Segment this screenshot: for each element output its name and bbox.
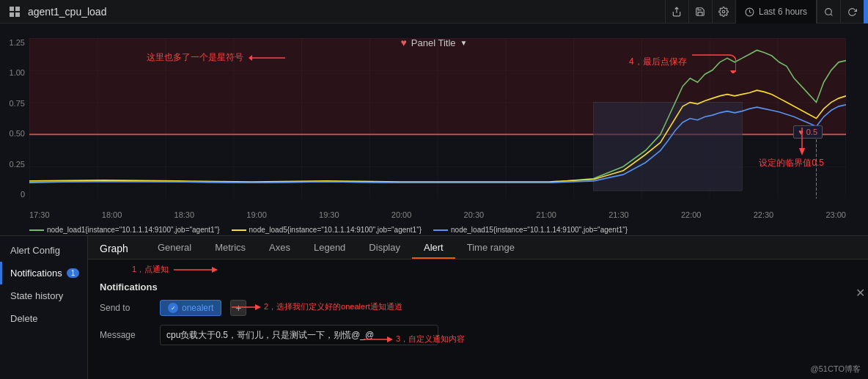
svg-rect-1 (15, 7, 20, 11)
tab-bar: Graph General Metrics Axes Legend Displa… (88, 236, 868, 260)
svg-marker-22 (255, 304, 261, 310)
tab-legend[interactable]: Legend (302, 238, 357, 259)
sidebar-item-notifications[interactable]: Notifications 1 (0, 262, 87, 284)
close-button[interactable]: ✕ (856, 286, 865, 300)
panel-title-chevron: ▼ (460, 39, 468, 47)
chart-legend: node_load1{instance="10.1.1.14:9100",job… (29, 226, 628, 234)
send-to-row: Send to ✓ onealert + (100, 300, 856, 316)
annotation-save: 4，最后点保存 (629, 51, 736, 73)
settings-button[interactable] (712, 0, 735, 23)
time-range-label: Last 6 hours (759, 7, 807, 17)
notifications-section: Notifications Send to ✓ onealert + 2，选择我… (100, 282, 856, 345)
svg-rect-3 (15, 12, 20, 17)
onealert-icon: ✓ (168, 303, 178, 313)
annotation-click-notification: 1，点通知 (132, 264, 218, 275)
svg-line-7 (831, 14, 832, 15)
svg-marker-18 (799, 148, 805, 155)
svg-marker-11 (730, 70, 736, 73)
annotation-custom-message: 3，自定义通知内容 (364, 334, 465, 345)
y-axis: 1.25 1.00 0.75 0.50 0.25 0 (0, 38, 29, 199)
page-title: agent1_cpu_load (28, 6, 106, 18)
time-range-button[interactable]: Last 6 hours (735, 0, 817, 23)
sidebar-item-state-history[interactable]: State history (0, 284, 87, 307)
message-row: Message (100, 325, 856, 345)
send-to-value: onealert (182, 303, 213, 313)
svg-marker-24 (387, 336, 393, 342)
graph-label: Graph (88, 238, 140, 259)
header-accent (864, 0, 868, 23)
main-content: Graph General Metrics Axes Legend Displa… (88, 236, 868, 379)
tab-alert[interactable]: Alert (412, 238, 455, 259)
svg-rect-0 (10, 7, 14, 11)
legend-item-load1: node_load1{instance="10.1.1.14:9100",job… (29, 226, 220, 234)
sidebar-item-delete[interactable]: Delete (0, 307, 87, 330)
svg-rect-15 (594, 103, 743, 191)
delete-label: Delete (10, 313, 38, 324)
header-actions: Last 6 hours (665, 0, 868, 23)
legend-item-load15: node_load15{instance="10.1.1.14:9100",jo… (433, 226, 628, 234)
panel-title-area: ♥ Panel Title ▼ (401, 37, 468, 48)
notifications-label: Notifications (10, 268, 62, 279)
svg-marker-9 (249, 55, 252, 61)
tab-display[interactable]: Display (357, 238, 412, 259)
heart-icon: ♥ (401, 37, 407, 48)
annotation-threshold: 设定的临界值0.5 (759, 128, 824, 169)
save-button[interactable] (688, 0, 712, 23)
svg-point-6 (825, 8, 832, 15)
svg-marker-20 (212, 267, 218, 273)
refresh-button[interactable] (840, 0, 864, 23)
annotation-onealert: 2，选择我们定义好的onealert通知通道 (232, 301, 402, 312)
share-button[interactable] (665, 0, 688, 23)
x-axis: 17:30 18:00 18:30 19:00 19:30 20:00 20:3… (29, 210, 846, 219)
grid-icon (7, 4, 22, 19)
header-bar: agent1_cpu_load Last 6 hours (0, 0, 868, 23)
notifications-badge: 1 (67, 268, 80, 278)
tab-general[interactable]: General (146, 238, 203, 259)
state-history-label: State history (10, 290, 63, 301)
watermark: @51CTO博客 (811, 364, 861, 375)
legend-item-load5: node_load5{instance="10.1.1.14:9100",job… (232, 226, 422, 234)
tab-metrics[interactable]: Metrics (203, 238, 257, 259)
svg-rect-2 (10, 12, 14, 17)
notifications-title: Notifications (100, 282, 856, 292)
tab-axes[interactable]: Axes (257, 238, 302, 259)
search-button[interactable] (817, 0, 840, 23)
alert-config-label: Alert Config (10, 245, 60, 256)
left-sidebar: Alert Config Notifications 1 State histo… (0, 236, 88, 379)
tab-time-range[interactable]: Time range (455, 238, 526, 259)
bottom-panel: Alert Config Notifications 1 State histo… (0, 236, 868, 379)
svg-point-4 (723, 10, 726, 13)
chart-container: 这里也多了一个是星符号 ♥ Panel Title ▼ 4，最后点保存 1.25… (0, 23, 868, 236)
panel-title[interactable]: Panel Title (411, 37, 456, 48)
send-to-tag[interactable]: ✓ onealert (160, 300, 221, 316)
content-area: 1，点通知 Notifications Send to ✓ onealert + (88, 260, 868, 379)
sidebar-item-alert-config[interactable]: Alert Config (0, 239, 87, 262)
annotation-star-symbol: 这里也多了一个是星符号 (147, 51, 288, 64)
message-label: Message (100, 330, 151, 340)
send-to-label: Send to (100, 303, 151, 313)
